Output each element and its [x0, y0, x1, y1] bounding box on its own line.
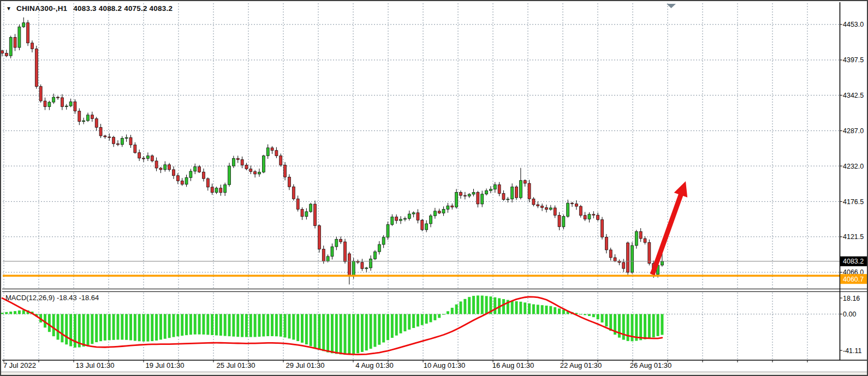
- candlesticks: [1, 17, 663, 284]
- chart-shift-marker-icon: [667, 4, 676, 8]
- svg-text:4453.0: 4453.0: [843, 21, 864, 28]
- chart-title: ▼ CHINA300-,H1 4083.3 4088.2 4075.2 4083…: [6, 4, 173, 13]
- svg-text:19 Jul 01:30: 19 Jul 01:30: [146, 361, 185, 369]
- svg-text:4 Aug 01:30: 4 Aug 01:30: [355, 361, 393, 369]
- svg-text:26 Aug 01:30: 26 Aug 01:30: [630, 361, 672, 369]
- svg-text:4397.5: 4397.5: [843, 56, 864, 64]
- ohlc-values-label: 4083.3 4088.2 4075.2 4083.2: [73, 4, 173, 13]
- macd-histogram: [1, 295, 663, 354]
- svg-text:13 Jul 01:30: 13 Jul 01:30: [76, 361, 115, 369]
- svg-text:4232.0: 4232.0: [843, 163, 864, 170]
- price-axis: 4453.04397.54342.54287.04232.04176.54121…: [840, 21, 864, 354]
- svg-text:4121.5: 4121.5: [843, 233, 864, 241]
- svg-text:10 Aug 01:30: 10 Aug 01:30: [424, 361, 466, 369]
- svg-text:4342.5: 4342.5: [843, 92, 864, 99]
- svg-text:16 Aug 01:30: 16 Aug 01:30: [492, 361, 534, 369]
- macd-indicator-label: MACD(12,26,9) -18.43 -18.64: [5, 294, 99, 302]
- svg-text:25 Jul 01:30: 25 Jul 01:30: [217, 361, 255, 369]
- gridlines: [3, 3, 840, 359]
- chart-window: ▼ CHINA300-,H1 4083.3 4088.2 4075.2 4083…: [0, 0, 868, 376]
- chart-canvas[interactable]: 4453.04397.54342.54287.04232.04176.54121…: [1, 1, 868, 376]
- svg-text:-41.11: -41.11: [843, 347, 862, 355]
- svg-text:4083.2: 4083.2: [843, 258, 864, 265]
- trend-arrow[interactable]: [652, 181, 687, 274]
- svg-text:22 Aug 01:30: 22 Aug 01:30: [560, 361, 602, 369]
- symbol-period-label: CHINA300-,H1: [16, 4, 67, 13]
- svg-text:18.16: 18.16: [843, 295, 860, 302]
- panel-borders: [2, 2, 868, 360]
- svg-text:29 Jul 01:30: 29 Jul 01:30: [286, 361, 325, 369]
- dropdown-arrow-icon[interactable]: ▼: [6, 6, 11, 11]
- svg-text:4176.5: 4176.5: [843, 198, 864, 206]
- svg-text:7 Jul 2022: 7 Jul 2022: [3, 361, 36, 369]
- svg-text:0.00: 0.00: [843, 311, 856, 318]
- time-axis: 7 Jul 202213 Jul 01:3019 Jul 01:3025 Jul…: [3, 360, 807, 369]
- svg-text:4287.0: 4287.0: [843, 127, 864, 135]
- window-bottom-strip: [1, 372, 868, 376]
- svg-text:4060.7: 4060.7: [843, 276, 864, 283]
